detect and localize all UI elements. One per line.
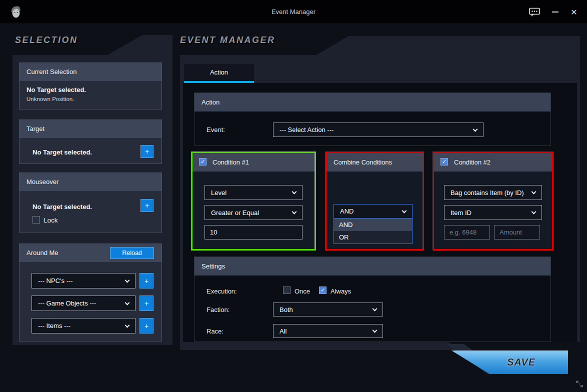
combine-conditions-frame: Combine Conditions AND AND OR bbox=[325, 152, 424, 250]
action-group-header: Action bbox=[194, 93, 550, 112]
race-dropdown[interactable]: All bbox=[273, 324, 383, 338]
condition2-subfield-dropdown[interactable]: Item ID bbox=[444, 205, 542, 220]
combine-operator-dropdown[interactable]: AND bbox=[334, 204, 412, 218]
current-selection-header: Current Selection bbox=[20, 63, 162, 81]
mouseover-box: Mouseover No Target selected. + Lock bbox=[19, 172, 162, 232]
titlebar: Event Manager × bbox=[0, 0, 587, 24]
window-title: Event Manager bbox=[0, 0, 587, 24]
target-header: Target bbox=[20, 120, 162, 138]
race-label: Race: bbox=[206, 328, 224, 335]
sidebar-title: SELECTION bbox=[15, 35, 78, 46]
chevron-down-icon bbox=[125, 278, 130, 282]
event-dropdown[interactable]: --- Select Action --- bbox=[273, 122, 484, 137]
chat-icon[interactable] bbox=[528, 6, 541, 18]
settings-group-header: Settings bbox=[194, 257, 550, 276]
condition1-field-dropdown[interactable]: Level bbox=[204, 185, 302, 200]
event-manager-window: Event Manager × SELECTION Current Select… bbox=[0, 0, 587, 392]
condition2-header: Condition #2 bbox=[434, 153, 552, 172]
add-item-button[interactable]: + bbox=[140, 318, 154, 334]
action-group: Action Event: --- Select Action --- bbox=[194, 92, 551, 146]
save-button[interactable]: SAVE bbox=[452, 350, 568, 374]
condition2-frame: Condition #2 Bag contains Item (by ID) I… bbox=[432, 152, 554, 250]
mouseover-header: Mouseover bbox=[20, 173, 162, 191]
option-and[interactable]: AND bbox=[334, 218, 412, 231]
condition1-frame: Condition #1 Level Greater or Equal bbox=[191, 152, 316, 250]
current-selection-position-text: Unknown Position. bbox=[26, 96, 74, 102]
condition1-header: Condition #1 bbox=[192, 153, 314, 172]
chevron-down-icon bbox=[532, 190, 536, 194]
condition2-item-id-input[interactable] bbox=[444, 225, 490, 240]
condition1-operator-dropdown[interactable]: Greater or Equal bbox=[204, 205, 302, 220]
event-label: Event: bbox=[206, 126, 225, 134]
condition2-field-dropdown[interactable]: Bag contains Item (by ID) bbox=[444, 185, 542, 200]
add-mouseover-button[interactable]: + bbox=[140, 199, 154, 212]
mouseover-empty-text: No Target selected. bbox=[32, 203, 92, 210]
condition1-label: Condition #1 bbox=[212, 153, 249, 172]
chevron-down-icon bbox=[372, 306, 378, 312]
minimize-button[interactable] bbox=[548, 6, 562, 18]
add-target-button[interactable]: + bbox=[140, 145, 154, 158]
condition2-checkbox[interactable] bbox=[440, 158, 448, 166]
chevron-down-icon bbox=[372, 328, 378, 333]
npcs-dropdown[interactable]: --- NPC's --- bbox=[32, 273, 136, 288]
add-game-object-button[interactable]: + bbox=[140, 296, 154, 311]
tab-action[interactable]: Action bbox=[184, 64, 254, 83]
target-empty-text: No Target selected. bbox=[32, 148, 92, 156]
chevron-down-icon bbox=[532, 210, 536, 214]
close-button[interactable]: × bbox=[568, 6, 580, 18]
game-objects-dropdown[interactable]: --- Game Objects --- bbox=[32, 296, 136, 311]
lock-checkbox-label: Lock bbox=[44, 216, 58, 224]
chevron-down-icon bbox=[473, 126, 478, 132]
chevron-down-icon bbox=[125, 300, 130, 305]
option-or[interactable]: OR bbox=[334, 231, 412, 244]
current-selection-box: Current Selection No Target selected. Un… bbox=[19, 62, 162, 110]
faction-label: Faction: bbox=[206, 306, 230, 314]
always-checkbox[interactable] bbox=[319, 286, 326, 294]
settings-group: Settings Execution: Once Always Faction:… bbox=[194, 256, 551, 342]
items-dropdown[interactable]: --- Items --- bbox=[32, 318, 136, 334]
current-selection-empty-text: No Target selected. bbox=[26, 86, 86, 94]
add-npc-button[interactable]: + bbox=[140, 273, 154, 288]
target-box: Target No Target selected. + bbox=[19, 120, 162, 164]
faction-dropdown[interactable]: Both bbox=[273, 302, 383, 316]
always-checkbox-label: Always bbox=[330, 288, 351, 295]
condition1-value-input[interactable] bbox=[204, 225, 302, 240]
chevron-down-icon bbox=[292, 190, 297, 194]
reload-button[interactable]: Reload bbox=[110, 247, 154, 259]
resize-grip-icon[interactable] bbox=[575, 380, 584, 388]
chevron-down-icon bbox=[402, 208, 407, 213]
condition1-checkbox[interactable] bbox=[199, 158, 206, 166]
chevron-down-icon bbox=[292, 210, 297, 214]
condition2-amount-input[interactable] bbox=[494, 225, 540, 240]
combine-conditions-header: Combine Conditions bbox=[326, 153, 422, 172]
execution-label: Execution: bbox=[206, 288, 237, 295]
around-me-box: Around Me Reload --- NPC's --- + --- Gam… bbox=[19, 244, 162, 342]
main-title: EVENT MANAGER bbox=[180, 35, 276, 46]
once-checkbox[interactable] bbox=[283, 286, 290, 294]
condition2-label: Condition #2 bbox=[454, 153, 490, 172]
combine-operator-options: AND OR bbox=[334, 218, 412, 244]
once-checkbox-label: Once bbox=[294, 288, 310, 295]
lock-checkbox[interactable] bbox=[32, 216, 40, 224]
chevron-down-icon bbox=[125, 322, 130, 328]
